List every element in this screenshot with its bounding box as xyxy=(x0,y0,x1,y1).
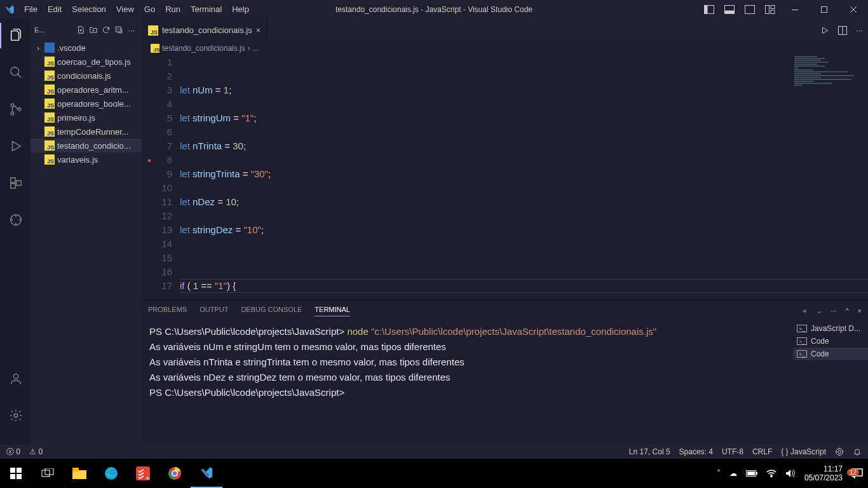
code-text[interactable]: let nUm = 1; let stringUm = "1"; let nTr… xyxy=(180,55,868,300)
windows-taskbar: 4 ˄ ☁ 11:17 05/07/2023 xyxy=(0,459,868,488)
svg-rect-26 xyxy=(17,468,22,473)
menu-go[interactable]: Go xyxy=(139,0,160,19)
close-button[interactable] xyxy=(839,0,868,19)
feedback-icon[interactable] xyxy=(835,447,844,456)
layout-panel-bottom-icon[interactable] xyxy=(719,0,740,19)
tab-output[interactable]: OUTPUT xyxy=(200,306,228,316)
file-item[interactable]: JSvariaveis.js xyxy=(31,152,142,166)
file-item[interactable]: JScondicionais.js xyxy=(31,69,142,83)
source-control-icon[interactable] xyxy=(0,97,31,122)
close-tab-icon[interactable]: × xyxy=(256,25,261,35)
folder-vscode[interactable]: › .vscode xyxy=(31,41,142,55)
settings-gear-icon[interactable] xyxy=(0,403,31,428)
collapse-all-icon[interactable] xyxy=(112,24,125,36)
svg-rect-5 xyxy=(766,6,770,14)
line-number-gutter: 1234567891011121314151617 xyxy=(157,55,180,300)
terminal-entry[interactable]: >_Code xyxy=(793,335,868,348)
tray-wifi-icon[interactable] xyxy=(766,470,776,477)
edge-browser-icon[interactable] xyxy=(95,459,127,488)
breadcrumb[interactable]: JS testando_condicionais.js › ... xyxy=(142,41,868,55)
tab-testando-condicionais[interactable]: JS testando_condicionais.js × xyxy=(142,19,268,41)
terminal-entry[interactable]: >_JavaScript D... xyxy=(793,322,868,335)
maximize-panel-icon[interactable]: ^ xyxy=(845,307,848,315)
menu-selection[interactable]: Selection xyxy=(67,0,111,19)
vscode-taskbar-icon[interactable] xyxy=(191,459,222,488)
terminal-entry[interactable]: >_Code xyxy=(793,348,868,360)
svg-rect-27 xyxy=(10,474,15,479)
tray-clock[interactable]: 11:17 05/07/2023 xyxy=(804,464,843,482)
tray-chevron-up-icon[interactable]: ˄ xyxy=(717,469,721,478)
file-item-selected[interactable]: JStestando_condicio... xyxy=(31,139,142,152)
terminal-dropdown-icon[interactable]: ⌵ xyxy=(817,307,822,315)
breakpoint-hint-icon[interactable]: ● xyxy=(142,153,157,167)
terminal-output[interactable]: PS C:\Users\Public\lcode\projects\JavaSc… xyxy=(142,321,793,445)
split-editor-icon[interactable] xyxy=(838,26,847,35)
minimize-button[interactable] xyxy=(780,0,810,19)
status-encoding[interactable]: UTF-8 xyxy=(722,447,743,456)
tray-volume-icon[interactable] xyxy=(785,469,796,478)
minimap[interactable] xyxy=(792,55,868,157)
js-file-icon: JS xyxy=(148,25,158,36)
svg-rect-28 xyxy=(17,474,22,479)
chrome-icon[interactable] xyxy=(159,459,191,488)
menu-view[interactable]: View xyxy=(111,0,139,19)
menu-terminal[interactable]: Terminal xyxy=(186,0,227,19)
status-warnings[interactable]: ⚠ 0 xyxy=(29,447,43,456)
refresh-icon[interactable] xyxy=(100,24,112,36)
menu-file[interactable]: File xyxy=(19,0,43,19)
run-debug-icon[interactable] xyxy=(0,133,31,159)
tab-problems[interactable]: PROBLEMS xyxy=(148,306,187,316)
menu-help[interactable]: Help xyxy=(227,0,254,19)
code-editor[interactable]: ● 1234567891011121314151617 let nUm = 1;… xyxy=(142,55,868,300)
explorer-icon[interactable] xyxy=(0,23,31,48)
notifications-icon[interactable] xyxy=(853,447,862,456)
file-item[interactable]: JScoercao_de_tipos.js xyxy=(31,55,142,69)
close-panel-icon[interactable]: × xyxy=(858,307,862,315)
more-actions-icon[interactable]: ··· xyxy=(856,25,863,35)
status-line-col[interactable]: Ln 17, Col 5 xyxy=(629,447,670,456)
status-errors[interactable]: ⓧ 0 xyxy=(6,447,20,458)
file-item[interactable]: JSprimeiro.js xyxy=(31,111,142,125)
tray-notification-icon[interactable] xyxy=(851,468,863,478)
layout-customize-icon[interactable] xyxy=(760,0,780,19)
testing-icon[interactable] xyxy=(0,207,31,233)
activity-bar xyxy=(0,19,31,445)
folder-label: .vscode xyxy=(57,43,86,53)
new-folder-icon[interactable] xyxy=(87,24,100,36)
more-icon[interactable]: ··· xyxy=(831,307,836,315)
task-view-icon[interactable] xyxy=(32,459,64,488)
maximize-button[interactable] xyxy=(810,0,839,19)
layout-panel-left-icon[interactable] xyxy=(699,0,719,19)
extensions-icon[interactable] xyxy=(0,170,31,196)
status-eol[interactable]: CRLF xyxy=(752,447,772,456)
svg-rect-3 xyxy=(725,11,735,14)
file-explorer-icon[interactable] xyxy=(64,459,95,488)
account-icon[interactable] xyxy=(0,366,31,391)
status-spaces[interactable]: Spaces: 4 xyxy=(679,447,713,456)
todoist-icon[interactable]: 4 xyxy=(127,459,159,488)
svg-rect-8 xyxy=(792,10,798,10)
svg-point-19 xyxy=(14,414,18,417)
tab-debug-console[interactable]: DEBUG CONSOLE xyxy=(241,306,302,316)
layout-panel-right-icon[interactable] xyxy=(740,0,760,19)
svg-point-23 xyxy=(836,449,843,456)
status-language[interactable]: { } JavaScript xyxy=(781,447,826,456)
run-code-icon[interactable] xyxy=(820,26,829,35)
tray-onedrive-icon[interactable]: ☁ xyxy=(729,469,737,478)
new-terminal-icon[interactable]: ＋ xyxy=(801,306,808,316)
menu-edit[interactable]: Edit xyxy=(43,0,67,19)
tab-terminal[interactable]: TERMINAL xyxy=(315,306,350,316)
more-icon[interactable]: ··· xyxy=(125,24,138,36)
start-button[interactable] xyxy=(0,459,32,488)
file-item[interactable]: JSoperadores_aritm... xyxy=(31,83,142,97)
file-item[interactable]: JSoperadores_boole... xyxy=(31,97,142,111)
file-label: operadores_aritm... xyxy=(57,85,129,95)
tray-battery-icon[interactable] xyxy=(746,470,757,477)
search-icon[interactable] xyxy=(0,60,31,85)
file-item[interactable]: JStempCodeRunner... xyxy=(31,125,142,139)
svg-rect-42 xyxy=(747,471,755,475)
file-label: operadores_boole... xyxy=(57,99,131,109)
menu-run[interactable]: Run xyxy=(160,0,186,19)
new-file-icon[interactable] xyxy=(74,24,87,36)
file-label: condicionais.js xyxy=(57,71,111,81)
